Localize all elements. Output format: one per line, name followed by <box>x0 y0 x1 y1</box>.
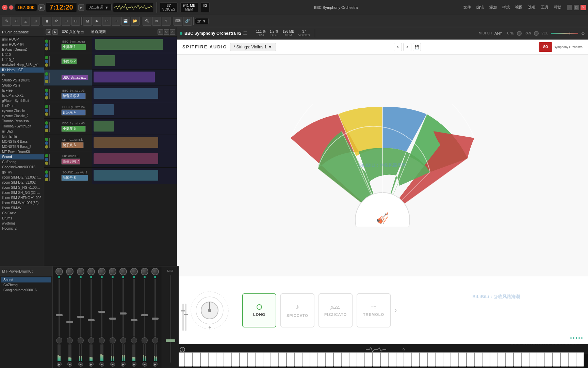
plugin-item-7[interactable]: lo <box>0 73 44 78</box>
track-rec-btn-8[interactable] <box>45 178 48 181</box>
send-btn-5[interactable]: ▶ <box>110 362 115 367</box>
white-key-28[interactable] <box>396 352 404 367</box>
white-key-13[interactable] <box>279 352 287 367</box>
white-key-1[interactable] <box>185 352 193 367</box>
send-btn-2[interactable]: ▶ <box>78 362 83 367</box>
plugin-item-14[interactable]: xyzone Classic <box>0 108 44 113</box>
nav-left-btn[interactable]: < <box>394 43 402 51</box>
plugin-item-37[interactable]: Nooms_2 <box>0 226 44 231</box>
white-key-15[interactable] <box>294 352 302 367</box>
pattern-tab[interactable]: 020 兵的结吉 <box>59 29 87 35</box>
plugin-item-18[interactable]: ni_DiZi <box>0 129 44 134</box>
fader-knob-6[interactable] <box>119 268 127 275</box>
fader-handle-4[interactable] <box>98 311 105 313</box>
send-btn-4[interactable]: ▶ <box>99 362 104 367</box>
track-solo-btn-0[interactable] <box>45 43 48 47</box>
track-rec-btn-5[interactable] <box>45 129 48 132</box>
white-key-10[interactable] <box>255 352 263 367</box>
pan-knob-6[interactable] <box>120 337 126 343</box>
plugin-item-31[interactable]: ilcom SIM-SHENG v1.002 <box>0 195 44 200</box>
white-key-48[interactable] <box>553 352 560 367</box>
fader-knob-0[interactable] <box>55 268 63 275</box>
track-rec-btn-3[interactable] <box>45 96 48 99</box>
tempo-display[interactable]: 167.000 <box>15 4 37 11</box>
pan-knob-0[interactable] <box>56 337 62 343</box>
fader-knob-4[interactable] <box>98 268 105 275</box>
white-key-18[interactable] <box>318 352 326 367</box>
white-key-30[interactable] <box>412 352 420 367</box>
fader-knob-1[interactable] <box>66 268 74 275</box>
articulation-tremolo-btn[interactable]: ≡○ TREMOLO <box>357 293 391 327</box>
master-fader-handle[interactable] <box>166 339 175 342</box>
pan-knob-1[interactable] <box>67 337 73 343</box>
pan-knob[interactable] <box>534 31 539 36</box>
white-key-29[interactable] <box>404 352 412 367</box>
next-btn[interactable]: ▶ <box>78 4 84 11</box>
save-preset-btn[interactable]: 💾 <box>413 43 421 51</box>
track-rec-btn-7[interactable] <box>45 162 48 165</box>
plugin-item-32[interactable]: ilcom SIM-W v1.001(32) <box>0 200 44 205</box>
plugin-item-20[interactable]: MONSTER Bass <box>0 139 44 144</box>
plugin-item-6[interactable]: II's Harp II CE <box>0 67 44 73</box>
white-key-37[interactable] <box>467 352 474 367</box>
fader-handle-9[interactable] <box>152 318 159 320</box>
redo-btn[interactable]: ↪ <box>112 17 120 26</box>
white-key-31[interactable] <box>420 352 427 367</box>
white-key-25[interactable] <box>373 352 380 367</box>
white-key-24[interactable] <box>365 352 373 367</box>
slider-2-handle[interactable] <box>184 314 188 315</box>
quantize-btn[interactable]: ⊟ <box>71 17 80 26</box>
view-mode-btn[interactable]: ⊞ <box>158 29 163 35</box>
fader-handle-5[interactable] <box>109 318 116 320</box>
track-rec-btn-0[interactable] <box>45 47 48 50</box>
snap-btn[interactable]: ⊡ <box>62 17 70 26</box>
plugin-item-8[interactable]: Studio VSTi (multi) <box>0 78 44 83</box>
track-row-1[interactable]: 小提琴 2 <box>44 53 177 70</box>
track-mute-btn-0[interactable] <box>45 40 48 43</box>
fader-handle-8[interactable] <box>141 314 148 316</box>
white-key-23[interactable] <box>357 352 365 367</box>
plugin-item-24[interactable]: GuZheng <box>0 159 44 165</box>
language-selector[interactable]: zh ▼ <box>195 18 209 24</box>
mixer-ch-guzheng[interactable]: GuZheng <box>1 282 51 288</box>
save-btn[interactable]: 💾 <box>121 17 130 26</box>
white-key-27[interactable] <box>388 352 396 367</box>
plugin-item-28[interactable]: ilcom SIM-DIZI v1.002 <box>0 180 44 185</box>
nav-fwd-btn[interactable]: ▶ <box>52 29 58 35</box>
close-window-btn[interactable]: ● <box>2 5 7 10</box>
minimize-btn[interactable]: _ <box>567 5 572 10</box>
menu-style[interactable]: 样式 <box>501 4 511 11</box>
track-mute-btn-2[interactable] <box>45 72 48 76</box>
track-mute-btn-6[interactable] <box>45 138 48 141</box>
fader-knob-2[interactable] <box>77 268 84 275</box>
plugin-item-16[interactable]: Tromba Renaissa <box>0 119 44 124</box>
plugin-item-34[interactable]: Go Cazio <box>0 211 44 216</box>
send-btn-8[interactable]: ▶ <box>142 362 147 367</box>
plugin-item-3[interactable]: L-110 <box>0 52 44 57</box>
plugin-item-10[interactable]: la Free <box>0 88 44 93</box>
plugin-item-15[interactable]: xyzone Classic_2 <box>0 113 44 119</box>
pan-knob-4[interactable] <box>99 337 105 343</box>
plugin-item-25[interactable]: GoogineName000016 <box>0 165 44 170</box>
close-panel-btn[interactable]: ✕ <box>170 29 175 35</box>
track-row-5[interactable]: BBC Sy...stra #5 小提琴 5 <box>44 119 177 135</box>
audio-btn[interactable]: ▶ <box>93 17 101 26</box>
plugin-item-2[interactable]: E Asian DreamZ <box>0 47 44 52</box>
white-key-11[interactable] <box>263 352 271 367</box>
track-solo-btn-4[interactable] <box>45 109 48 112</box>
white-key-3[interactable] <box>200 352 208 367</box>
white-key-26[interactable] <box>380 352 388 367</box>
fader-knob-3[interactable] <box>87 268 95 275</box>
white-key-34[interactable] <box>443 352 451 367</box>
white-key-33[interactable] <box>435 352 443 367</box>
white-key-35[interactable] <box>451 352 459 367</box>
track-row-0[interactable]: BBC Sym...estra 小提琴 1 <box>44 37 177 53</box>
track-name-1[interactable]: 小提琴 2 <box>61 58 77 64</box>
track-row-8[interactable]: SOUND...as VA_2 法国号 8 <box>44 168 177 184</box>
plugin-item-33[interactable]: ilcom SIM-W <box>0 205 44 211</box>
track-solo-btn-7[interactable] <box>45 158 48 161</box>
help-btn[interactable]: ? <box>162 17 170 26</box>
settings-gear-btn[interactable]: ⚙ <box>581 31 585 36</box>
mixer-btn[interactable]: ⊜ <box>152 17 161 26</box>
white-key-12[interactable] <box>271 352 279 367</box>
